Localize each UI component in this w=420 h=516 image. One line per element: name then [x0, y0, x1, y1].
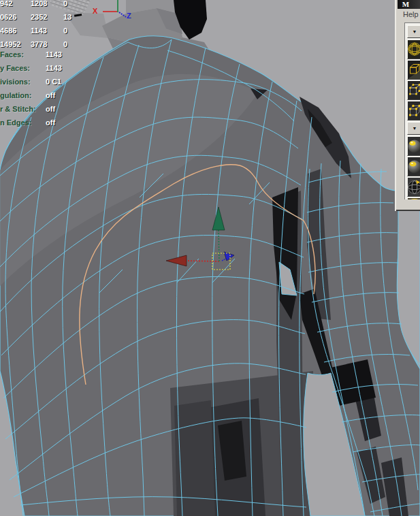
- poly-cube-vertices-icon: [408, 81, 420, 99]
- poly-cube-vertices-alt-button[interactable]: [407, 101, 420, 120]
- poly-wireframe-sphere-icon: [408, 40, 420, 59]
- poly-wireframe-sphere-button[interactable]: [407, 39, 420, 59]
- 3d-viewport[interactable]: X Z: [0, 0, 420, 516]
- axis-x-label: X: [93, 7, 98, 15]
- tool-shelf-window: M Help ▼: [395, 0, 420, 211]
- poly-cube-vertices-alt-icon: [408, 101, 420, 120]
- maya-logo-icon: M: [402, 0, 410, 8]
- menu-help[interactable]: Help: [403, 10, 419, 18]
- panel-footer: [398, 199, 420, 210]
- window-titlebar[interactable]: M: [398, 0, 420, 9]
- tool-shelf-column: ▼: [404, 22, 420, 200]
- window-menubar: Help: [398, 9, 420, 22]
- wireframe-shaded-sphere-icon: [408, 178, 420, 196]
- panel-bottom-border: [396, 210, 420, 211]
- poly-cube-icon: [408, 61, 420, 79]
- shaded-sphere-alt-button[interactable]: [407, 157, 420, 176]
- shaded-sphere-highlight-alt-icon: [408, 157, 420, 176]
- shaded-sphere-button[interactable]: [407, 136, 420, 156]
- shelf-dropdown-button[interactable]: ▼: [407, 25, 420, 38]
- shaded-sphere-highlight-icon: [408, 137, 420, 155]
- shelf-dropdown-button[interactable]: ▼: [407, 122, 420, 135]
- maya-viewport-window: X Z 942 1208 0 0626 2352 13 4686 1143 0 …: [0, 0, 420, 516]
- poly-cube-vertices-button[interactable]: [407, 80, 420, 100]
- wireframe-shaded-sphere-button[interactable]: [407, 177, 420, 197]
- axis-z-label: Z: [127, 12, 131, 20]
- poly-cube-button[interactable]: [407, 60, 420, 80]
